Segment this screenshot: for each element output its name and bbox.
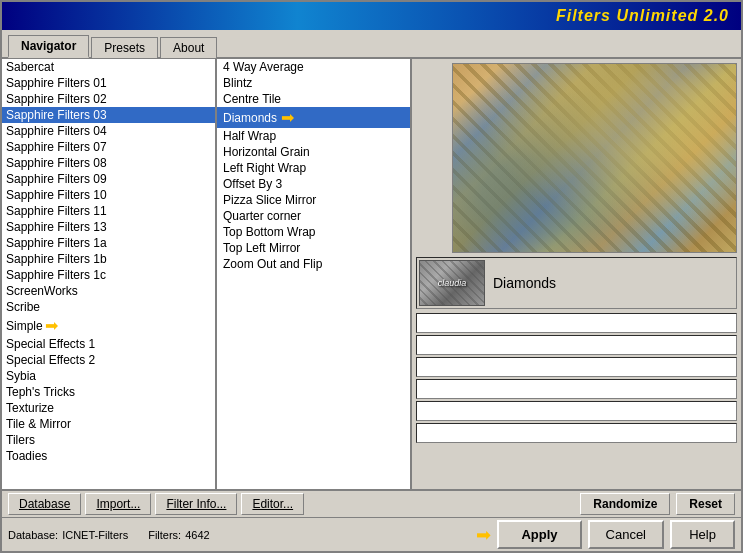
list-item[interactable]: Special Effects 2 <box>2 352 215 368</box>
arrow-icon: ➡ <box>281 108 294 127</box>
filter-item-diamonds[interactable]: Diamonds ➡ <box>217 107 410 128</box>
main-window: Filters Unlimited 2.0 Navigator Presets … <box>0 0 743 553</box>
list-item[interactable]: Sapphire Filters 13 <box>2 219 215 235</box>
list-item[interactable]: Sapphire Filters 04 <box>2 123 215 139</box>
filter-list[interactable]: 4 Way Average Blintz Centre Tile Diamond… <box>217 59 412 489</box>
preview-image <box>452 63 737 253</box>
empty-row <box>416 423 737 443</box>
empty-row <box>416 313 737 333</box>
filter-item[interactable]: Centre Tile <box>217 91 410 107</box>
apply-button[interactable]: Apply <box>497 520 581 549</box>
filters-status: Filters: 4642 <box>148 529 209 541</box>
list-item[interactable]: Sapphire Filters 10 <box>2 187 215 203</box>
import-button[interactable]: Import... <box>85 493 151 515</box>
database-label: Database: <box>8 529 58 541</box>
filter-item[interactable]: Zoom Out and Flip <box>217 256 410 272</box>
editor-button[interactable]: Editor... <box>241 493 304 515</box>
filter-item[interactable]: Left Right Wrap <box>217 160 410 176</box>
list-item[interactable]: Sapphire Filters 11 <box>2 203 215 219</box>
filter-item[interactable]: Offset By 3 <box>217 176 410 192</box>
filter-item[interactable]: Pizza Slice Mirror <box>217 192 410 208</box>
filter-item[interactable]: Horizontal Grain <box>217 144 410 160</box>
filter-item[interactable]: Blintz <box>217 75 410 91</box>
empty-row <box>416 357 737 377</box>
filters-label: Filters: <box>148 529 181 541</box>
list-item[interactable]: Teph's Tricks <box>2 384 215 400</box>
action-buttons: ➡ Apply Cancel Help <box>476 520 735 549</box>
preset-area: claudia Diamonds <box>416 257 737 309</box>
empty-row <box>416 335 737 355</box>
tab-about[interactable]: About <box>160 37 217 58</box>
randomize-button[interactable]: Randomize <box>580 493 670 515</box>
database-value: ICNET-Filters <box>62 529 128 541</box>
main-content: Sabercat Sapphire Filters 01 Sapphire Fi… <box>2 59 741 489</box>
filters-value: 4642 <box>185 529 209 541</box>
category-list[interactable]: Sabercat Sapphire Filters 01 Sapphire Fi… <box>2 59 215 489</box>
filter-item[interactable]: 4 Way Average <box>217 59 410 75</box>
list-item[interactable]: Texturize <box>2 400 215 416</box>
cancel-button[interactable]: Cancel <box>588 520 664 549</box>
list-item[interactable]: Sapphire Filters 03 <box>2 107 215 123</box>
list-item[interactable]: Sabercat <box>2 59 215 75</box>
empty-row <box>416 401 737 421</box>
list-item[interactable]: Sapphire Filters 07 <box>2 139 215 155</box>
tab-navigator[interactable]: Navigator <box>8 35 89 58</box>
list-item[interactable]: Sapphire Filters 02 <box>2 91 215 107</box>
preset-name: Diamonds <box>493 275 556 291</box>
list-item[interactable]: Sapphire Filters 01 <box>2 75 215 91</box>
reset-button[interactable]: Reset <box>676 493 735 515</box>
list-item[interactable]: Sapphire Filters 1a <box>2 235 215 251</box>
right-panel: claudia Diamonds <box>412 59 741 489</box>
preset-thumb-label: claudia <box>438 278 467 288</box>
tab-presets[interactable]: Presets <box>91 37 158 58</box>
list-item[interactable]: Sapphire Filters 1b <box>2 251 215 267</box>
arrow-icon: ➡ <box>45 316 58 335</box>
title-bar-text: Filters Unlimited 2.0 <box>556 7 729 25</box>
tab-bar: Navigator Presets About <box>2 30 741 59</box>
list-item[interactable]: ScreenWorks <box>2 283 215 299</box>
database-button[interactable]: Database <box>8 493 81 515</box>
bottom-toolbar: Database Import... Filter Info... Editor… <box>2 489 741 517</box>
left-panel: Sabercat Sapphire Filters 01 Sapphire Fi… <box>2 59 217 489</box>
list-item[interactable]: Scribe <box>2 299 215 315</box>
list-item[interactable]: Special Effects 1 <box>2 336 215 352</box>
list-item[interactable]: Tilers <box>2 432 215 448</box>
status-bar: Database: ICNET-Filters Filters: 4642 ➡ … <box>2 517 741 551</box>
list-item[interactable]: Toadies <box>2 448 215 464</box>
list-item[interactable]: Simple ➡ <box>2 315 215 336</box>
apply-arrow-icon: ➡ <box>476 524 491 546</box>
list-item[interactable]: Sapphire Filters 1c <box>2 267 215 283</box>
filter-item[interactable]: Quarter corner <box>217 208 410 224</box>
filter-item[interactable]: Half Wrap <box>217 128 410 144</box>
filter-item[interactable]: Top Bottom Wrap <box>217 224 410 240</box>
preset-thumbnail[interactable]: claudia <box>419 260 485 306</box>
help-button[interactable]: Help <box>670 520 735 549</box>
empty-row <box>416 379 737 399</box>
list-item[interactable]: Sapphire Filters 09 <box>2 171 215 187</box>
filter-info-button[interactable]: Filter Info... <box>155 493 237 515</box>
title-bar: Filters Unlimited 2.0 <box>2 2 741 30</box>
list-item[interactable]: Sapphire Filters 08 <box>2 155 215 171</box>
list-item[interactable]: Sybia <box>2 368 215 384</box>
empty-rows <box>416 313 737 485</box>
filter-item[interactable]: Top Left Mirror <box>217 240 410 256</box>
database-status: Database: ICNET-Filters <box>8 529 128 541</box>
list-item[interactable]: Tile & Mirror <box>2 416 215 432</box>
